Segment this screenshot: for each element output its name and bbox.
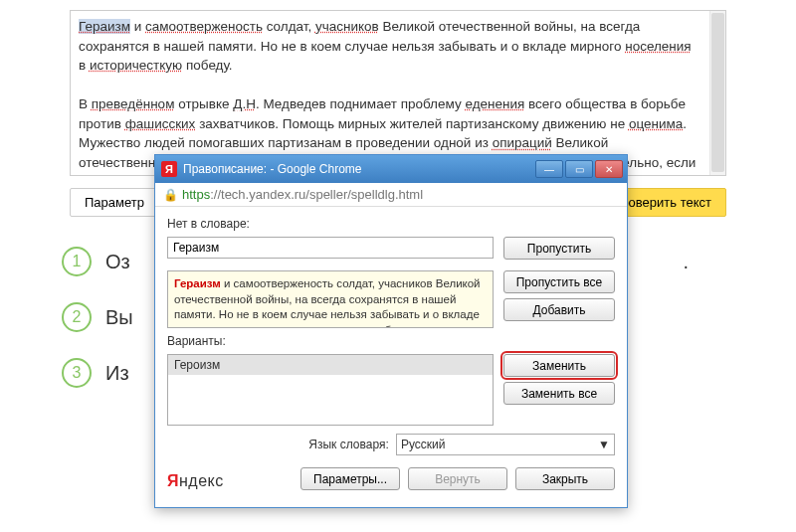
url-path: ://tech.yandex.ru/speller/spelldlg.html bbox=[210, 187, 423, 202]
variant-item[interactable]: Героизм bbox=[168, 355, 493, 375]
replace-all-button[interactable]: Заменить все bbox=[503, 382, 615, 405]
replace-button[interactable]: Заменить bbox=[503, 354, 615, 377]
not-in-dict-label: Нет в словаре: bbox=[167, 217, 494, 231]
lang-label: Язык словаря: bbox=[308, 438, 388, 451]
dialog-titlebar[interactable]: Я Правописание: - Google Chrome — ▭ ✕ bbox=[155, 155, 627, 183]
text-content[interactable]: Гераизм и самоотверженость солдат, учасн… bbox=[71, 11, 725, 176]
dialog-title: Правописание: - Google Chrome bbox=[183, 162, 533, 176]
dialog-body: Нет в словаре: Пропустить Гераизм и само… bbox=[155, 207, 627, 507]
lang-select[interactable]: Русский ▼ bbox=[396, 434, 615, 455]
skip-button[interactable]: Пропустить bbox=[503, 237, 615, 260]
dialog-close-button[interactable]: Закрыть bbox=[515, 467, 615, 490]
step-number: 3 bbox=[62, 358, 92, 388]
add-button[interactable]: Добавить bbox=[503, 298, 615, 321]
step-number: 2 bbox=[62, 302, 92, 332]
variants-label: Варианты: bbox=[167, 334, 494, 348]
url-protocol: https bbox=[182, 187, 210, 202]
address-bar[interactable]: 🔒 https://tech.yandex.ru/speller/spelldl… bbox=[155, 183, 627, 207]
variants-list[interactable]: Героизм bbox=[167, 354, 494, 426]
skip-all-button[interactable]: Пропустить все bbox=[503, 270, 615, 293]
yandex-icon: Я bbox=[161, 161, 177, 177]
lang-value: Русский bbox=[401, 438, 446, 451]
misspelled-input[interactable] bbox=[167, 237, 494, 259]
context-box: Гераизм и самоотверженость солдат, учасн… bbox=[167, 270, 494, 328]
yandex-logo: Яндекс bbox=[167, 472, 224, 490]
text-editor[interactable]: Гераизм и самоотверженость солдат, учасн… bbox=[70, 10, 726, 176]
step-text: Вы bbox=[105, 306, 133, 329]
revert-button[interactable]: Вернуть bbox=[408, 467, 507, 490]
close-icon[interactable]: ✕ bbox=[595, 160, 623, 178]
dialog-params-button[interactable]: Параметры... bbox=[300, 467, 400, 490]
selected-word[interactable]: Гераизм bbox=[79, 19, 130, 34]
lock-icon: 🔒 bbox=[163, 188, 178, 202]
minimize-icon[interactable]: — bbox=[535, 160, 563, 178]
step-number: 1 bbox=[62, 247, 92, 276]
params-button[interactable]: Параметр bbox=[70, 188, 159, 217]
step-text: Из bbox=[105, 362, 129, 385]
maximize-icon[interactable]: ▭ bbox=[565, 160, 593, 178]
scroll-thumb[interactable] bbox=[711, 13, 724, 172]
chevron-down-icon: ▼ bbox=[598, 438, 610, 451]
spellcheck-dialog: Я Правописание: - Google Chrome — ▭ ✕ 🔒 … bbox=[154, 154, 628, 508]
scrollbar[interactable] bbox=[709, 11, 725, 175]
